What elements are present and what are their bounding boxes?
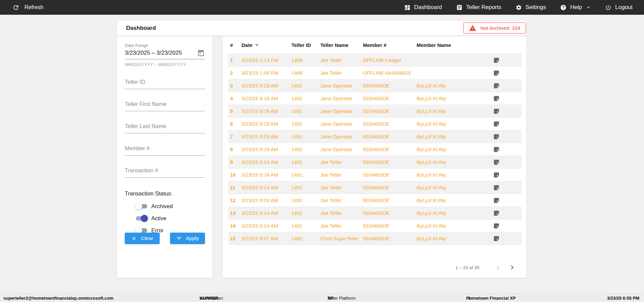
row-member-name: ByLyJI KUNy	[417, 223, 490, 229]
note-icon[interactable]	[493, 70, 500, 76]
row-teller-id: 1489	[291, 70, 320, 76]
active-switch[interactable]	[136, 216, 147, 221]
nav-settings[interactable]: Settings	[516, 4, 546, 11]
transaction-status-label: Transaction Status:	[125, 190, 205, 197]
table-row[interactable]: 7 3/23/25 9:29 AM 1491 Jane Operator 503…	[228, 130, 522, 143]
row-member-name: ByLyJI KUNy	[417, 146, 490, 152]
top-navbar: Refresh Dashboard Teller Reports Setting…	[0, 0, 644, 15]
table-row[interactable]: 14 3/23/25 9:24 AM 1491 Joe Teller 50344…	[228, 220, 522, 232]
column-header-date[interactable]: Date	[241, 42, 291, 48]
row-member-number: OFFLINE-Ledger	[363, 57, 417, 63]
settings-icon	[516, 4, 522, 11]
row-number: 2	[228, 70, 241, 76]
row-note-cell	[490, 235, 522, 242]
note-icon[interactable]	[493, 82, 500, 89]
toggle-active[interactable]: Active	[136, 214, 205, 222]
page-header: Dashboard Not Archived: 104	[117, 21, 526, 36]
row-member-number: 5034463DE	[363, 121, 417, 127]
note-icon[interactable]	[493, 121, 500, 127]
toggle-label: Archived	[151, 203, 173, 209]
column-header-member-name[interactable]: Member Name	[417, 42, 490, 48]
clear-button[interactable]: Clear	[125, 233, 160, 244]
table-row[interactable]: 4 3/23/25 9:29 AM 1491 Jane Operator 503…	[228, 92, 522, 105]
toggle-archived[interactable]: Archived	[136, 202, 205, 210]
teller-last-name-input[interactable]	[125, 123, 205, 133]
table-row[interactable]: 10 3/23/25 9:24 AM 1491 Joe Teller 50344…	[228, 169, 522, 181]
table-row[interactable]: 3 3/23/25 9:29 AM 1491 Jane Operator 503…	[228, 79, 522, 92]
date-range-label: Date Range	[125, 43, 205, 48]
calendar-button[interactable]	[198, 49, 205, 57]
row-note-cell	[490, 133, 522, 140]
nav-help[interactable]: Help	[560, 4, 591, 11]
row-date: 3/23/25 9:29 AM	[241, 96, 291, 101]
note-icon[interactable]	[493, 210, 500, 217]
row-note-cell	[490, 57, 522, 64]
table-row[interactable]: 13 3/23/25 9:24 AM 1491 Joe Teller 50344…	[228, 207, 522, 220]
column-header-teller-name[interactable]: Teller Name	[320, 42, 363, 48]
table-row[interactable]: 11 3/23/25 9:24 AM 1491 Joe Teller 50344…	[228, 181, 522, 194]
note-icon[interactable]	[493, 197, 500, 204]
archived-switch[interactable]	[136, 204, 147, 209]
transaction-number-input[interactable]	[125, 167, 205, 178]
next-page-button[interactable]	[508, 263, 516, 271]
table-row[interactable]: 5 3/23/25 9:29 AM 1491 Jane Operator 503…	[228, 105, 522, 118]
nav-dashboard[interactable]: Dashboard	[404, 4, 442, 11]
row-member-number: 5034463DE	[363, 146, 417, 152]
column-header-num[interactable]: #	[228, 42, 241, 48]
transactions-panel: # Date Teller ID Teller Name Member # Me…	[223, 36, 526, 278]
row-note-cell	[490, 184, 522, 191]
column-header-teller-id[interactable]: Teller ID	[291, 42, 320, 48]
refresh-button[interactable]: Refresh	[12, 4, 43, 11]
row-member-name: ByLyJI KUNy	[417, 210, 490, 216]
member-number-input[interactable]	[125, 145, 205, 156]
row-note-cell	[490, 223, 522, 229]
clear-label: Clear	[141, 235, 153, 241]
refresh-label: Refresh	[24, 4, 43, 10]
row-note-cell	[490, 82, 522, 89]
note-icon[interactable]	[493, 133, 500, 140]
note-icon[interactable]	[493, 235, 500, 242]
note-icon[interactable]	[493, 184, 500, 191]
note-icon[interactable]	[493, 95, 500, 102]
chevron-down-icon	[586, 5, 591, 10]
table-row[interactable]: 2 3/23/25 1:05 PM 1489 Joe Teller OFFLIN…	[228, 67, 522, 79]
table-row[interactable]: 9 3/23/25 9:24 AM 1491 Joe Teller 503446…	[228, 156, 522, 169]
nav-teller-reports[interactable]: Teller Reports	[456, 4, 501, 11]
row-member-number: 5034463DE	[363, 159, 417, 165]
previous-page-button[interactable]	[494, 263, 502, 271]
teller-first-name-input[interactable]	[125, 101, 205, 111]
filter-icon	[176, 236, 182, 241]
row-member-number: 5034463DE	[363, 108, 417, 114]
table-row[interactable]: 8 3/23/25 9:29 AM 1491 Jane Operator 503…	[228, 143, 522, 156]
note-icon[interactable]	[493, 223, 500, 229]
nav-item-label: Teller Reports	[466, 4, 501, 11]
pagination: 1 – 15 of 30	[455, 263, 516, 272]
row-teller-name: Joe Teller	[320, 210, 363, 216]
nav-logout[interactable]: Logout	[605, 4, 633, 11]
nav-item-label: Settings	[526, 4, 546, 11]
table-row[interactable]: 15 3/23/25 9:07 AM 1491 Chris SuperTelle…	[228, 232, 522, 245]
teller-id-input[interactable]	[125, 79, 205, 89]
apply-button[interactable]: Apply	[170, 233, 205, 244]
note-icon[interactable]	[493, 159, 500, 166]
table-row[interactable]: 6 3/23/25 9:29 AM 1491 Jane Operator 503…	[228, 118, 522, 130]
note-icon[interactable]	[493, 57, 500, 64]
date-range-input[interactable]	[125, 50, 198, 56]
row-number: 13	[228, 210, 241, 216]
note-icon[interactable]	[493, 146, 500, 153]
row-member-number: 5034463DE	[363, 197, 417, 203]
note-icon[interactable]	[493, 108, 500, 115]
row-member-name: ByLyJI KUNy	[417, 134, 490, 139]
row-date: 3/23/25 2:13 PM	[241, 57, 291, 63]
row-number: 9	[228, 159, 241, 165]
row-member-name: ByLyJI KUNy	[417, 121, 490, 127]
row-member-name: ByLyJI KUNy	[417, 83, 490, 88]
column-header-member-number[interactable]: Member #	[363, 42, 417, 48]
table-row[interactable]: 12 3/23/25 9:24 AM 1491 Joe Teller 50344…	[228, 194, 522, 207]
row-member-name: ByLyJI KUNy	[417, 159, 490, 165]
row-note-cell	[490, 70, 522, 76]
note-icon[interactable]	[493, 172, 500, 178]
table-row[interactable]: 1 3/23/25 2:13 PM 1489 Joe Teller OFFLIN…	[228, 54, 522, 67]
error-switch[interactable]	[136, 228, 147, 233]
not-archived-badge[interactable]: Not Archived: 104	[463, 22, 526, 34]
